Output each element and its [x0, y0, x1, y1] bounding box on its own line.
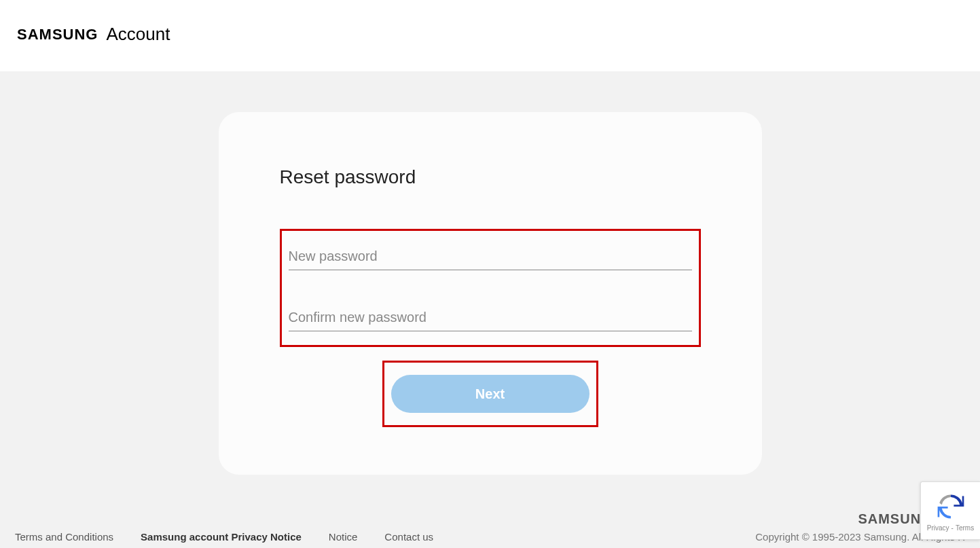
- footer-link-notice[interactable]: Notice: [329, 531, 358, 543]
- app-name: Account: [106, 24, 170, 45]
- confirm-password-input[interactable]: [289, 304, 692, 331]
- logo[interactable]: SAMSUNG Account: [17, 24, 963, 45]
- recaptcha-icon: [936, 492, 966, 522]
- recaptcha-badge[interactable]: Privacy - Terms: [920, 481, 980, 540]
- recaptcha-terms-link[interactable]: Terms: [956, 524, 974, 532]
- footer-link-terms[interactable]: Terms and Conditions: [15, 531, 113, 543]
- recaptcha-dash: -: [951, 524, 954, 532]
- footer-link-contact[interactable]: Contact us: [384, 531, 433, 543]
- password-fields-highlight: [280, 229, 701, 347]
- reset-password-card: Reset password Next: [219, 112, 762, 475]
- footer: Terms and Conditions Samsung account Pri…: [0, 503, 980, 548]
- confirm-password-group: [289, 304, 692, 331]
- main-area: Reset password Next: [0, 71, 980, 548]
- footer-link-privacy[interactable]: Samsung account Privacy Notice: [141, 531, 302, 543]
- next-button-highlight: Next: [382, 361, 598, 427]
- brand-logo-text: SAMSUNG: [17, 26, 98, 43]
- next-button[interactable]: Next: [391, 375, 589, 413]
- recaptcha-links: Privacy - Terms: [927, 524, 974, 532]
- card-title: Reset password: [280, 166, 701, 188]
- new-password-group: [289, 243, 692, 270]
- recaptcha-privacy-link[interactable]: Privacy: [927, 524, 949, 532]
- header: SAMSUNG Account: [0, 0, 980, 71]
- new-password-input[interactable]: [289, 243, 692, 270]
- footer-links: Terms and Conditions Samsung account Pri…: [15, 531, 433, 543]
